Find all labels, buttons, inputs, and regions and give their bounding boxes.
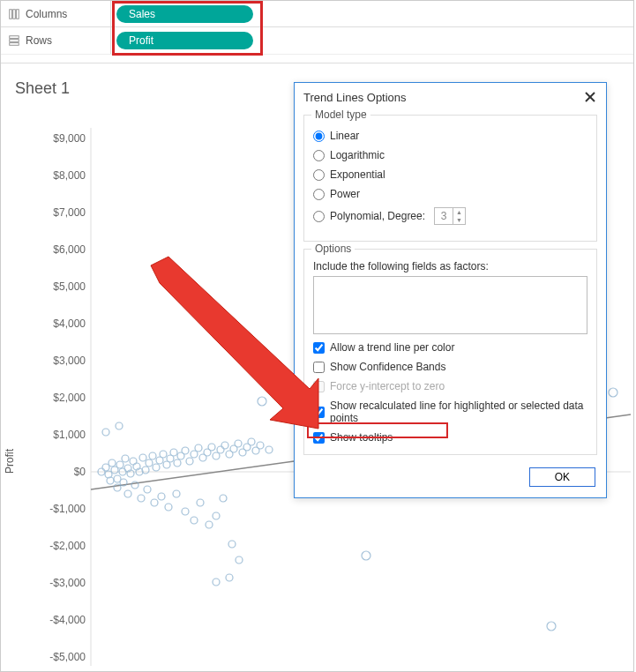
check-allow-trend-per-color-input[interactable] [313, 342, 325, 354]
radio-power[interactable]: Power [313, 188, 587, 200]
check-allow-trend-per-color[interactable]: Allow a trend line per color [313, 341, 587, 354]
svg-point-59 [235, 440, 242, 447]
dialog-title-text: Trend Lines Options [303, 91, 407, 104]
svg-point-66 [107, 477, 114, 484]
check-force-y-intercept-label: Force y-intercept to zero [330, 380, 445, 392]
svg-point-85 [226, 574, 233, 581]
svg-text:$8,000: $8,000 [53, 169, 86, 182]
svg-point-29 [122, 455, 129, 462]
columns-label: Columns [26, 8, 67, 20]
check-force-y-intercept-input [313, 381, 325, 392]
svg-point-47 [182, 447, 189, 454]
svg-point-88 [213, 579, 220, 586]
ok-button[interactable]: OK [529, 467, 595, 487]
svg-text:$2,000: $2,000 [53, 392, 86, 404]
svg-point-24 [108, 459, 116, 467]
svg-text:$4,000: $4,000 [53, 317, 86, 330]
svg-rect-4 [10, 40, 19, 42]
check-show-tooltips-input[interactable] [313, 432, 325, 444]
svg-point-55 [217, 446, 224, 453]
radio-linear-label: Linear [330, 130, 359, 142]
columns-pill-sales[interactable]: Sales [116, 5, 253, 23]
check-show-confidence[interactable]: Show Confidence Bands [313, 361, 587, 373]
svg-point-48 [186, 458, 193, 465]
svg-rect-1 [13, 9, 16, 19]
svg-point-79 [197, 499, 204, 506]
close-icon[interactable] [583, 90, 597, 104]
svg-point-54 [213, 452, 220, 459]
svg-point-87 [547, 622, 556, 631]
svg-point-56 [221, 442, 228, 449]
svg-point-83 [228, 541, 236, 548]
svg-rect-2 [17, 9, 19, 19]
svg-point-62 [248, 438, 255, 445]
rows-pill-area[interactable]: Profit [111, 32, 633, 49]
svg-point-37 [146, 459, 153, 467]
include-fields-label: Include the following fields as factors: [313, 260, 587, 273]
svg-point-65 [266, 446, 273, 453]
svg-text:-$1,000: -$1,000 [49, 503, 86, 515]
radio-exponential-input[interactable] [313, 169, 325, 181]
rows-shelf: Rows Profit [1, 27, 633, 54]
radio-polynomial-input[interactable] [313, 211, 325, 222]
check-show-recalc-label: Show recalculated line for highlighted o… [330, 399, 587, 424]
check-show-recalc[interactable]: Show recalculated line for highlighted o… [313, 399, 587, 424]
svg-point-70 [131, 482, 138, 489]
svg-point-53 [208, 444, 215, 451]
svg-point-76 [173, 490, 180, 497]
svg-point-38 [149, 452, 156, 459]
model-type-group: Model type Linear Logarithmic Exponentia… [303, 115, 597, 242]
svg-point-27 [116, 461, 123, 468]
degree-value: 3 [435, 208, 453, 224]
check-show-confidence-label: Show Confidence Bands [330, 361, 445, 373]
radio-exponential-label: Exponential [330, 168, 385, 181]
svg-point-90 [609, 388, 617, 397]
svg-point-22 [102, 464, 109, 471]
svg-point-82 [220, 495, 227, 502]
columns-label-area: Columns [1, 1, 111, 26]
check-show-tooltips[interactable]: Show tooltips [313, 431, 587, 444]
radio-logarithmic[interactable]: Logarithmic [313, 149, 587, 161]
columns-icon [8, 8, 20, 20]
svg-point-84 [236, 556, 243, 564]
svg-rect-0 [10, 9, 12, 19]
rows-label-area: Rows [1, 27, 111, 54]
rows-label: Rows [26, 34, 52, 47]
y-tick-labels: $9,000 $8,000 $7,000 $6,000 $5,000 $4,00… [49, 132, 86, 663]
rows-pill-profit[interactable]: Profit [116, 32, 253, 49]
svg-point-93 [116, 422, 123, 429]
degree-spinner[interactable]: 3 ▲ ▼ [434, 207, 466, 225]
check-show-recalc-input[interactable] [313, 407, 325, 418]
svg-point-80 [206, 521, 213, 528]
trend-lines-options-dialog: Trend Lines Options Model type Linear Lo… [294, 82, 607, 498]
svg-text:$1,000: $1,000 [53, 429, 86, 441]
radio-linear-input[interactable] [313, 131, 325, 142]
radio-logarithmic-label: Logarithmic [330, 149, 385, 161]
radio-power-input[interactable] [313, 189, 325, 200]
check-allow-trend-per-color-label: Allow a trend line per color [330, 341, 454, 354]
svg-point-39 [153, 464, 160, 471]
check-force-y-intercept: Force y-intercept to zero [313, 380, 587, 392]
svg-point-89 [258, 397, 266, 406]
svg-text:$9,000: $9,000 [53, 132, 86, 145]
radio-linear[interactable]: Linear [313, 130, 587, 142]
columns-shelf: Columns Sales [1, 1, 633, 27]
degree-down-icon[interactable]: ▼ [453, 216, 465, 224]
radio-power-label: Power [330, 188, 360, 200]
svg-point-71 [138, 495, 145, 502]
svg-point-86 [362, 551, 370, 560]
factors-listbox[interactable] [313, 276, 587, 334]
check-show-confidence-input[interactable] [313, 362, 325, 373]
svg-text:-$5,000: -$5,000 [49, 651, 86, 663]
y-axis-title: Profit [4, 448, 16, 474]
svg-point-64 [257, 442, 264, 449]
columns-pill-area[interactable]: Sales [111, 5, 633, 23]
svg-point-44 [170, 449, 177, 456]
degree-up-icon[interactable]: ▲ [453, 208, 465, 216]
radio-logarithmic-input[interactable] [313, 150, 325, 161]
radio-exponential[interactable]: Exponential [313, 168, 587, 181]
radio-polynomial-label: Polynomial, Degree: [330, 210, 425, 222]
svg-text:$3,000: $3,000 [53, 355, 86, 367]
svg-rect-3 [10, 36, 19, 39]
radio-polynomial[interactable]: Polynomial, Degree: 3 ▲ ▼ [313, 207, 587, 225]
